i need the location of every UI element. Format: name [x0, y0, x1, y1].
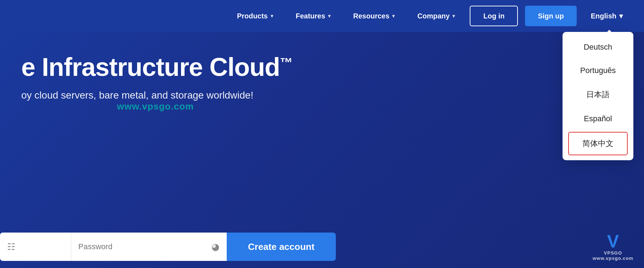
- nav-features-label: Features: [296, 12, 325, 20]
- signup-form: ☷ ◕ Create account: [0, 225, 644, 268]
- chevron-down-icon: ▾: [271, 13, 273, 19]
- language-option-deutsch[interactable]: Deutsch: [563, 35, 633, 59]
- navbar: Products ▾ Features ▾ Resources ▾ Compan…: [0, 0, 644, 32]
- chevron-down-icon: ▾: [452, 13, 455, 19]
- password-input[interactable]: [78, 242, 211, 251]
- language-dropdown: Deutsch Português 日本語 Español 简体中文: [563, 32, 633, 160]
- nav-products[interactable]: Products ▾: [226, 0, 284, 32]
- language-option-portugues[interactable]: Português: [563, 59, 633, 82]
- chevron-down-icon: ▾: [619, 12, 623, 20]
- nav-products-label: Products: [237, 12, 268, 20]
- hero-section: e Infrastructure Cloud™ oy cloud servers…: [0, 32, 644, 268]
- language-option-japanese[interactable]: 日本語: [563, 82, 633, 107]
- email-icon: ☷: [7, 241, 15, 252]
- hero-title: e Infrastructure Cloud™: [21, 53, 644, 81]
- nav-company[interactable]: Company ▾: [406, 0, 466, 32]
- chevron-down-icon: ▾: [328, 13, 331, 19]
- nav-resources[interactable]: Resources ▾: [342, 0, 406, 32]
- eye-icon[interactable]: ◕: [211, 241, 220, 252]
- nav-resources-label: Resources: [353, 12, 389, 20]
- language-option-chinese[interactable]: 简体中文: [568, 132, 628, 155]
- nav-company-label: Company: [417, 12, 450, 20]
- watermark: www.vpsgo.com: [117, 101, 194, 112]
- language-selector[interactable]: English ▾: [580, 0, 630, 32]
- password-input-wrapper[interactable]: ◕: [71, 233, 227, 261]
- hero-subtitle: oy cloud servers, bare metal, and storag…: [21, 90, 644, 101]
- signup-button[interactable]: Sign up: [525, 6, 576, 26]
- nav-items: Products ▾ Features ▾ Resources ▾ Compan…: [226, 0, 630, 32]
- login-button[interactable]: Log in: [470, 6, 518, 26]
- language-label: English: [591, 12, 616, 20]
- nav-features[interactable]: Features ▾: [284, 0, 342, 32]
- create-account-button[interactable]: Create account: [227, 233, 336, 261]
- language-option-espanol[interactable]: Español: [563, 107, 633, 130]
- chevron-down-icon: ▾: [392, 13, 395, 19]
- email-input-wrapper[interactable]: ☷: [0, 233, 71, 261]
